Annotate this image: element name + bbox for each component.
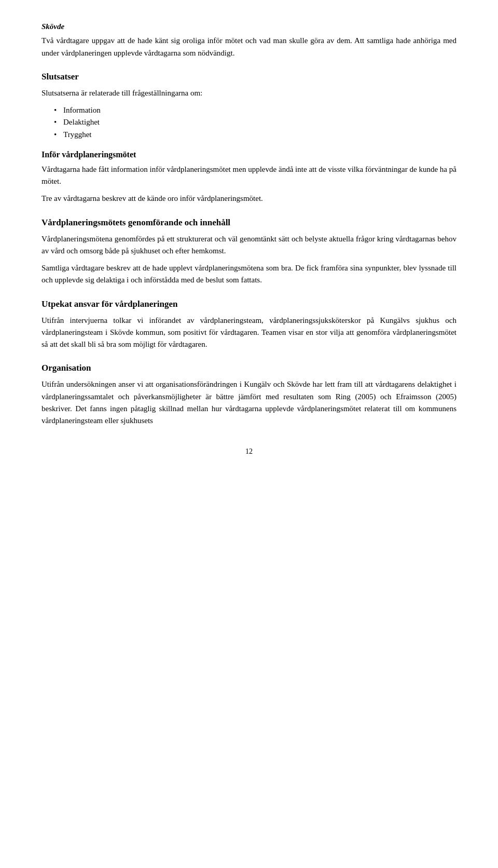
genomforande-heading: Vårdplaneringsmötets genomförande och in… (42, 218, 457, 228)
slutsatser-section: Slutsatser Slutsatserna är relaterade ti… (42, 72, 457, 141)
genomforande-paragraph-1: Vårdplaneringsmötena genomfördes på ett … (42, 233, 457, 257)
page-number: 12 (42, 447, 457, 456)
list-item-trygghet: Trygghet (54, 129, 457, 141)
infor-paragraph-1: Vårdtagarna hade fått information inför … (42, 164, 457, 188)
utpekat-paragraph-1: Utifrån intervjuerna tolkar vi införande… (42, 315, 457, 351)
utpekat-section: Utpekat ansvar för vårdplaneringen Utifr… (42, 299, 457, 351)
genomforande-section: Vårdplaneringsmötets genomförande och in… (42, 218, 457, 287)
utpekat-heading: Utpekat ansvar för vårdplaneringen (42, 299, 457, 309)
genomforande-paragraph-2: Samtliga vårdtagare beskrev att de hade … (42, 262, 457, 287)
infor-heading: Inför vårdplaneringsmötet (42, 150, 457, 159)
organisation-paragraph-1: Utifrån undersökningen anser vi att orga… (42, 378, 457, 427)
organisation-heading: Organisation (42, 363, 457, 373)
page: Skövde Två vårdtagare uppgav att de hade… (0, 0, 498, 868)
infor-paragraph-2: Tre av vårdtagarna beskrev att de kände … (42, 193, 457, 205)
intro-section: Skövde Två vårdtagare uppgav att de hade… (42, 21, 457, 59)
city-name: Skövde (42, 21, 457, 33)
list-item-delaktighet: Delaktighet (54, 116, 457, 128)
list-item-information: Information (54, 104, 457, 116)
organisation-section: Organisation Utifrån undersökningen anse… (42, 363, 457, 427)
slutsatser-list: Information Delaktighet Trygghet (54, 104, 457, 141)
infor-section: Inför vårdplaneringsmötet Vårdtagarna ha… (42, 150, 457, 205)
intro-paragraph: Två vårdtagare uppgav att de hade känt s… (42, 35, 457, 59)
slutsatser-heading: Slutsatser (42, 72, 457, 82)
slutsatser-intro: Slutsatserna är relaterade till frågestä… (42, 87, 457, 99)
